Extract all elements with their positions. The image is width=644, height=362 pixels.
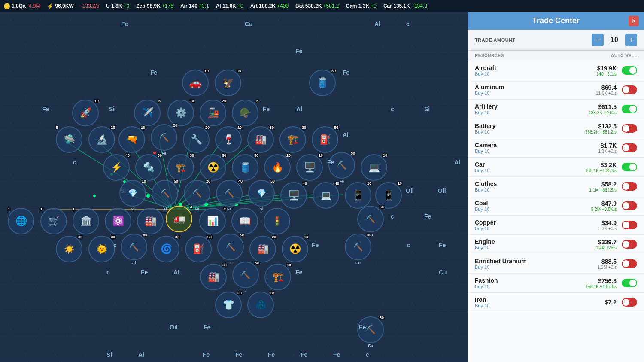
label-oil-2: Oil	[438, 187, 446, 194]
hex-gun[interactable]: 🔫 10	[116, 124, 148, 155]
label-si-4: Si	[106, 351, 112, 358]
label-fe-2: Fe	[295, 48, 302, 55]
close-button[interactable]: ✕	[629, 16, 639, 26]
buy-button-1[interactable]: Buy 10	[475, 91, 582, 96]
hex-cog[interactable]: 🔧 20	[180, 124, 212, 155]
hex-cu-mine[interactable]: ⛏️ 50 Cu	[355, 205, 386, 237]
hex-wine[interactable]: 🍷 10	[213, 124, 244, 155]
hex-oilpump2[interactable]: ⛽ 50	[182, 233, 214, 265]
label-fe-17: Fe	[268, 351, 275, 358]
auto-sell-toggle-11[interactable]	[622, 279, 637, 287]
hex-steel[interactable]: 🏗️ 30	[165, 152, 197, 183]
hex-oilpump[interactable]: 🛢️ 50	[229, 152, 261, 183]
hex-windturbine[interactable]: 🌀 30	[150, 233, 182, 265]
topbar-air: Air 140 +3.1	[180, 3, 209, 9]
trade-row: Battery Buy 10 $132.5 538.2K +581.2/s	[468, 119, 644, 138]
hex-cart[interactable]: 🛒 1	[38, 205, 70, 237]
hex-coal-mine[interactable]: ⛏️ 50 c	[230, 261, 261, 293]
auto-sell-toggle-9[interactable]	[622, 240, 637, 249]
trade-resource-1: Aluminum Buy 10	[475, 84, 582, 96]
auto-sell-toggle-7[interactable]	[622, 201, 637, 210]
buy-button-12[interactable]: Buy 10	[475, 303, 582, 308]
auto-sell-toggle-1[interactable]	[622, 85, 637, 94]
hex-laptop[interactable]: 💻 10	[358, 152, 390, 183]
auto-sell-toggle-8[interactable]	[622, 221, 637, 229]
hex-rails[interactable]: 🔩 30	[133, 152, 164, 183]
hex-car[interactable]: 🚗 10	[179, 67, 211, 99]
trade-row: Artillery Buy 10 $611.5 188.2K +400/s	[468, 100, 644, 119]
auto-sell-toggle-12[interactable]	[622, 298, 637, 307]
buy-button-11[interactable]: Buy 10	[475, 284, 582, 289]
hex-globe[interactable]: 🌐 1	[5, 205, 37, 237]
hex-oil-2[interactable]: ⛽ 50	[309, 124, 341, 155]
topbar-energy: ⚡ 96.9KW	[47, 3, 73, 9]
auto-sell-toggle-4[interactable]	[622, 143, 637, 152]
auto-sell-toggle-5[interactable]	[622, 163, 637, 171]
rate-10: 1.3M +0/s	[582, 265, 617, 270]
auto-sell-toggle-0[interactable]	[622, 66, 637, 75]
price-6: $58.2	[582, 181, 617, 188]
hex-battery[interactable]: ⚡ 40	[100, 152, 132, 183]
hex-forge[interactable]: 🔥 20	[261, 152, 293, 183]
auto-sell-toggle-10[interactable]	[622, 259, 637, 268]
trade-row: Engine Buy 10 $339.7 1.4K +25/s	[468, 235, 644, 254]
auto-sell-toggle-3[interactable]	[622, 124, 637, 133]
resource-name-2: Artillery	[475, 103, 582, 110]
price-col-10: $88.5 1.3M +0/s	[582, 258, 617, 270]
hex-blimp[interactable]: 🦅 10	[212, 67, 244, 99]
hex-nuclear[interactable]: ☢️ 50	[197, 152, 229, 183]
hex-solar-1[interactable]: ☀️ 30	[53, 233, 85, 265]
label-fe-10: Fe	[439, 242, 446, 249]
hex-factory4[interactable]: 🏭 30	[197, 261, 229, 293]
hex-building[interactable]: 🏛️ 1	[70, 205, 102, 237]
label-cu-1: Cu	[245, 21, 253, 27]
hex-monitor[interactable]: 🖥️ 10	[294, 152, 325, 183]
hex-truck-selected[interactable]: 🚛 4	[163, 203, 195, 235]
hex-cu-mine2[interactable]: ⛏️ 50 Cu	[342, 233, 374, 265]
hex-atom[interactable]: ⚛️	[102, 205, 134, 237]
hex-cu-mine3[interactable]: ⛏️ 30 Cu	[355, 316, 386, 348]
hex-factory3[interactable]: 🏭 20	[247, 233, 279, 265]
hex-solar-2[interactable]: 🌞 30	[86, 233, 118, 265]
buy-button-5[interactable]: Buy 10	[475, 168, 582, 173]
trade-resource-0: Aircraft Buy 10	[475, 64, 582, 76]
map-area[interactable]: Fe Cu Al c Fe 🚗 10 🦅 10 🛢️ 50 Fe Fe Fe S…	[0, 12, 468, 362]
buy-button-6[interactable]: Buy 10	[475, 187, 582, 192]
auto-sell-toggle-6[interactable]	[622, 182, 637, 191]
buy-button-10[interactable]: Buy 10	[475, 265, 582, 270]
hex-book[interactable]: 📖	[229, 205, 261, 237]
hex-oil-1[interactable]: 🛢️ 50	[307, 67, 338, 99]
hex-computer2[interactable]: 💻 40	[310, 179, 342, 211]
hex-lab[interactable]: 🔬 20	[86, 124, 118, 155]
buy-button-9[interactable]: Buy 10	[475, 245, 582, 250]
hex-shirt[interactable]: 🧥 20	[245, 289, 276, 321]
hex-iron-1[interactable]: ⛏️ 20 Fe	[148, 124, 180, 155]
hex-coal[interactable]: ⛏️ 30 c	[215, 233, 246, 265]
hex-iron-2[interactable]: ⛏️ 50 Fe	[326, 152, 358, 183]
label-fe-13: Fe	[204, 324, 210, 331]
price-3: $132.5	[582, 123, 617, 130]
auto-sell-toggle-2[interactable]	[622, 105, 637, 113]
buy-button-7[interactable]: Buy 10	[475, 207, 582, 212]
resource-name-6: Clothes	[475, 180, 582, 187]
hex-nuclear2[interactable]: ☢️ 10	[279, 233, 311, 265]
buy-button-3[interactable]: Buy 10	[475, 129, 582, 134]
buy-button-0[interactable]: Buy 10	[475, 71, 582, 76]
hex-factory5[interactable]: 🏗️ 10	[262, 261, 294, 293]
resource-name-3: Battery	[475, 122, 582, 129]
hex-chart[interactable]: 📊 2	[197, 205, 228, 237]
increase-amount-button[interactable]: +	[625, 34, 637, 46]
trade-resource-7: Coal Buy 10	[475, 200, 582, 212]
hex-al-mine2[interactable]: ⛏️ 50 Al	[118, 233, 150, 265]
hex-clothes[interactable]: 👕 20	[213, 289, 244, 321]
hex-factory-2[interactable]: 🏗️ 30	[277, 124, 309, 155]
trade-list[interactable]: Aircraft Buy 10 $19.9K 140 +3.1/s Alumin…	[468, 61, 644, 362]
hex-trafficlight[interactable]: 🚦	[261, 205, 293, 237]
buy-button-2[interactable]: Buy 10	[475, 110, 582, 115]
hex-rocket[interactable]: 🛸 5	[53, 124, 85, 155]
hex-factory-1[interactable]: 🏭 30	[245, 124, 276, 155]
buy-button-8[interactable]: Buy 10	[475, 226, 582, 231]
hex-factory-main[interactable]: 🏭	[134, 205, 166, 237]
buy-button-4[interactable]: Buy 10	[475, 149, 582, 154]
decrease-amount-button[interactable]: −	[592, 34, 604, 46]
